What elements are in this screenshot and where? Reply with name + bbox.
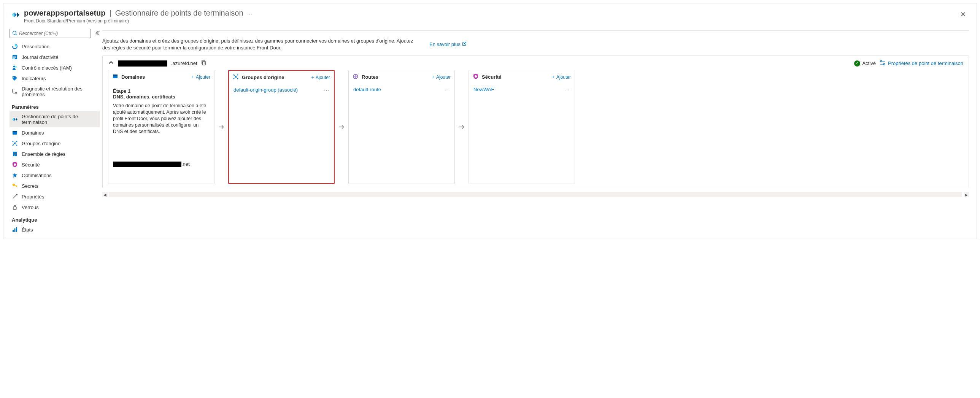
plus-icon: ＋ bbox=[310, 74, 315, 81]
svg-rect-5 bbox=[13, 58, 15, 59]
item-more-button[interactable]: ··· bbox=[445, 87, 450, 92]
iam-icon bbox=[12, 65, 18, 71]
svg-rect-29 bbox=[16, 227, 17, 232]
page-root: powerappsportalsetup | Gestionnaire de p… bbox=[3, 3, 977, 239]
sidebar-item-label: Domaines bbox=[22, 130, 44, 136]
tag-icon bbox=[12, 75, 18, 81]
card-routes: Routes ＋ Ajouter default-route ··· bbox=[348, 70, 455, 184]
sidebar-item-iam[interactable]: Contrôle d'accès (IAM) bbox=[10, 62, 100, 73]
key-icon bbox=[12, 183, 18, 189]
domains-card-icon bbox=[112, 73, 118, 81]
svg-point-6 bbox=[13, 66, 15, 68]
route-item[interactable]: default-route ··· bbox=[353, 85, 450, 94]
routes-card-icon bbox=[353, 73, 359, 81]
search-input[interactable] bbox=[19, 31, 88, 36]
origin-group-item[interactable]: default-origin-group (associé) ··· bbox=[234, 86, 329, 94]
svg-point-9 bbox=[15, 92, 17, 94]
item-more-button[interactable]: ··· bbox=[324, 87, 329, 93]
card-origin-groups: Groupes d'origine ＋ Ajouter default-orig… bbox=[228, 70, 335, 184]
sidebar-item-domains[interactable]: Domaines bbox=[10, 127, 100, 138]
sidebar-item-locks[interactable]: Verrous bbox=[10, 202, 100, 212]
security-item[interactable]: NewWAF ··· bbox=[474, 85, 570, 94]
sidebar-item-label: Journal d'activité bbox=[22, 54, 58, 60]
svg-line-1 bbox=[16, 34, 18, 35]
svg-point-7 bbox=[15, 66, 17, 68]
route-name: default-route bbox=[353, 87, 381, 92]
collapse-sidebar-button[interactable] bbox=[95, 30, 100, 37]
card-domains: Domaines ＋ Ajouter Étape 1 DNS, domaines… bbox=[108, 70, 215, 184]
origin-groups-card-icon bbox=[233, 74, 239, 81]
sidebar-item-label: Gestionnaire de points de terminaison bbox=[22, 114, 98, 125]
sidebar-item-label: Diagnostic et résolution des problèmes bbox=[22, 86, 98, 97]
frontdoor-icon bbox=[11, 10, 20, 19]
sidebar-item-label: Secrets bbox=[22, 183, 38, 189]
sidebar-group-analytique: Analytique bbox=[10, 212, 100, 224]
add-route-button[interactable]: ＋ Ajouter bbox=[431, 74, 451, 80]
close-button[interactable]: ✕ bbox=[957, 9, 969, 20]
sidebar-item-secrets[interactable]: Secrets bbox=[10, 181, 100, 191]
sidebar-item-reports[interactable]: États bbox=[10, 224, 100, 235]
add-domain-button[interactable]: ＋ Ajouter bbox=[191, 74, 210, 80]
reports-icon bbox=[12, 227, 18, 233]
intro-text: Ajoutez des domaines et créez des groupe… bbox=[102, 38, 414, 51]
scroll-track[interactable] bbox=[109, 192, 962, 197]
header-more-button[interactable]: … bbox=[247, 10, 253, 16]
add-label: Ajouter bbox=[556, 75, 571, 80]
sidebar-item-endpoint-manager[interactable]: Gestionnaire de points de terminaison bbox=[10, 111, 100, 127]
external-link-icon bbox=[462, 41, 467, 47]
sidebar-search[interactable] bbox=[10, 29, 91, 38]
endpoint-properties-label: Propriétés de point de terminaison bbox=[888, 60, 963, 66]
learn-more-link[interactable]: En savoir plus bbox=[430, 38, 467, 51]
sidebar-item-overview[interactable]: Présentation bbox=[10, 41, 100, 52]
svg-rect-4 bbox=[13, 57, 16, 58]
svg-rect-28 bbox=[14, 228, 16, 232]
sidebar-item-label: Propriétés bbox=[22, 194, 44, 200]
copy-hostname-button[interactable] bbox=[201, 60, 207, 67]
sidebar-group-settings: Paramètres bbox=[10, 100, 100, 111]
add-label: Ajouter bbox=[196, 75, 210, 80]
svg-rect-19 bbox=[14, 154, 16, 154]
svg-rect-20 bbox=[14, 155, 15, 155]
svg-point-0 bbox=[13, 31, 16, 34]
sidebar-item-label: États bbox=[22, 227, 33, 233]
sidebar-item-rule-set[interactable]: Ensemble de règles bbox=[10, 149, 100, 159]
add-origin-group-button[interactable]: ＋ Ajouter bbox=[310, 74, 330, 81]
sidebar-item-label: Verrous bbox=[22, 205, 39, 210]
diagnose-icon bbox=[12, 89, 18, 95]
item-more-button[interactable]: ··· bbox=[565, 87, 570, 92]
horizontal-scrollbar[interactable]: ◀ ▶ bbox=[102, 192, 969, 197]
page-title: Gestionnaire de points de terminaison bbox=[115, 9, 243, 17]
sidebar-item-activity-log[interactable]: Journal d'activité bbox=[10, 52, 100, 62]
scroll-right-button[interactable]: ▶ bbox=[964, 192, 969, 197]
activity-log-icon bbox=[12, 54, 18, 60]
endpoint-properties-link[interactable]: Propriétés de point de terminaison bbox=[880, 60, 963, 67]
sidebar-item-diagnose[interactable]: Diagnostic et résolution des problèmes bbox=[10, 84, 100, 100]
scroll-left-button[interactable]: ◀ bbox=[102, 192, 108, 197]
svg-point-44 bbox=[475, 75, 477, 78]
card-security: Sécurité ＋ Ajouter NewWAF ··· bbox=[469, 70, 575, 184]
status-label: Activé bbox=[862, 60, 876, 66]
endpoint-panel: .azurefd.net ✓ Activé Propriétés de poin… bbox=[102, 55, 969, 188]
security-name: NewWAF bbox=[474, 87, 494, 92]
properties-icon bbox=[12, 193, 18, 200]
flow-arrow-icon bbox=[338, 70, 345, 184]
svg-rect-25 bbox=[16, 194, 18, 195]
sidebar-item-label: Contrôle d'accès (IAM) bbox=[22, 65, 72, 71]
sidebar-item-origin-groups[interactable]: Groupes d'origine bbox=[10, 138, 100, 149]
add-security-button[interactable]: ＋ Ajouter bbox=[551, 74, 571, 80]
step-title: DNS, domaines, certificats bbox=[113, 94, 210, 100]
origin-group-name: default-origin-group (associé) bbox=[234, 87, 298, 93]
plus-icon: ＋ bbox=[551, 74, 555, 80]
svg-point-32 bbox=[880, 60, 882, 62]
sidebar-item-security[interactable]: Sécurité bbox=[10, 159, 100, 170]
sidebar-item-optimizations[interactable]: Optimisations bbox=[10, 170, 100, 181]
svg-rect-37 bbox=[113, 75, 118, 76]
svg-rect-26 bbox=[13, 207, 16, 209]
plus-icon: ＋ bbox=[191, 74, 195, 80]
collapse-endpoint-button[interactable] bbox=[108, 60, 114, 67]
sidebar-item-tags[interactable]: Indicateurs bbox=[10, 73, 100, 84]
flow-arrow-icon bbox=[458, 70, 466, 184]
flow-arrow-icon bbox=[218, 70, 225, 184]
sidebar-item-properties[interactable]: Propriétés bbox=[10, 191, 100, 202]
sidebar: Présentation Journal d'activité Contrôle… bbox=[3, 27, 102, 239]
